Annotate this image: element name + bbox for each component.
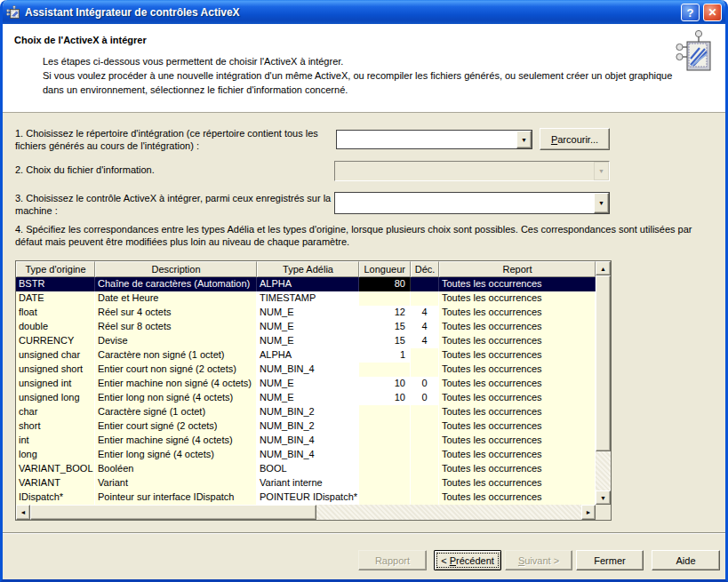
scroll-down-button[interactable]: ▼ <box>596 490 611 505</box>
precedent-button[interactable]: < Précédent <box>434 550 501 570</box>
column-header-type-adelia[interactable]: Type Adélia <box>257 261 359 277</box>
cell-report: Toutes les occurrences <box>439 391 596 405</box>
scroll-left-button[interactable]: ◄ <box>16 505 30 520</box>
cell-longueur: 80 <box>359 277 411 291</box>
table-row[interactable]: BSTRChaîne de caractères (Automation)ALP… <box>16 277 596 291</box>
cell-dec: 0 <box>411 391 439 405</box>
cell-type-adelia: BOOL <box>257 462 359 476</box>
cell-type-adelia: NUM_BIN_4 <box>257 448 359 462</box>
cell-type-origine: CURRENCY <box>16 334 95 348</box>
activex-control-value[interactable] <box>335 193 594 213</box>
cell-type-adelia: NUM_BIN_2 <box>257 419 359 434</box>
cell-dec <box>411 277 439 291</box>
information-file-dropdown-button: ▼ <box>594 162 609 180</box>
v-scroll-thumb[interactable] <box>596 275 611 451</box>
help-button[interactable]: ? <box>681 4 700 21</box>
cell-report: Toutes les occurrences <box>439 405 596 419</box>
fermer-button[interactable]: Fermer <box>576 550 644 570</box>
cell-longueur <box>359 405 411 419</box>
integration-directory-value[interactable] <box>337 131 516 148</box>
table-row[interactable]: shortEntier court signé (2 octets)NUM_BI… <box>16 419 596 434</box>
close-button[interactable]: ✕ <box>703 4 722 21</box>
table-row[interactable]: CURRENCYDeviseNUM_E154Toutes les occurre… <box>16 334 596 348</box>
cell-type-adelia: NUM_E <box>257 377 359 391</box>
cell-dec <box>411 448 439 462</box>
table-row[interactable]: longEntier long signé (4 octets)NUM_BIN_… <box>16 448 596 462</box>
cell-report: Toutes les occurrences <box>439 490 596 505</box>
table-row[interactable]: unsigned longEntier long non signé (4 oc… <box>16 391 596 405</box>
horizontal-scrollbar[interactable]: ◄ ► <box>16 505 596 520</box>
cell-type-adelia: NUM_BIN_4 <box>257 363 359 377</box>
table-row[interactable]: IDispatch*Pointeur sur interface IDispat… <box>16 490 596 505</box>
cell-dec <box>411 434 439 448</box>
activex-assistant-dialog: Assistant Intégrateur de contrôles Activ… <box>0 0 728 582</box>
cell-type-origine: VARIANT <box>16 476 95 490</box>
cell-type-origine: unsigned char <box>16 348 95 363</box>
cell-description: Entier court signé (2 octets) <box>95 419 257 434</box>
cell-description: Caractère signé (1 octet) <box>95 405 257 419</box>
cell-dec <box>411 476 439 490</box>
table-row[interactable]: doubleRéel sur 8 octetsNUM_E154Toutes le… <box>16 320 596 334</box>
cell-type-adelia: NUM_E <box>257 334 359 348</box>
cell-type-adelia: Variant interne <box>257 476 359 490</box>
titlebar[interactable]: Assistant Intégrateur de contrôles Activ… <box>0 0 728 24</box>
table-row[interactable]: intEntier machine signé (4 octets)NUM_BI… <box>16 434 596 448</box>
cell-type-origine: long <box>16 448 95 462</box>
cell-dec: 4 <box>411 334 439 348</box>
cell-report: Toutes les occurrences <box>439 476 596 490</box>
type-mapping-table: Type d'origineDescriptionType AdéliaLong… <box>15 260 612 521</box>
table-row[interactable]: DATEDate et HeureTIMESTAMPToutes les occ… <box>16 291 596 306</box>
right-arrow-icon: ► <box>586 509 592 515</box>
cell-dec: 0 <box>411 377 439 391</box>
table-row[interactable]: VARIANT_BOOLBooléenBOOLToutes les occurr… <box>16 462 596 476</box>
activex-control-combobox[interactable]: ▼ <box>334 192 610 214</box>
table-header-row: Type d'origineDescriptionType AdéliaLong… <box>16 261 596 277</box>
cell-type-adelia: NUM_BIN_4 <box>257 434 359 448</box>
browse-button[interactable]: Parcourir... <box>540 128 610 150</box>
column-header-description[interactable]: Description <box>95 261 257 277</box>
cell-report: Toutes les occurrences <box>439 277 596 291</box>
information-file-combobox: ▼ <box>334 161 610 181</box>
cell-description: Variant <box>95 476 257 490</box>
cell-report: Toutes les occurrences <box>439 320 596 334</box>
table-row[interactable]: unsigned shortEntier court non signé (2 … <box>16 363 596 377</box>
scroll-up-button[interactable]: ▲ <box>596 261 611 275</box>
cell-description: Caractère non signé (1 octet) <box>95 348 257 363</box>
cell-report: Toutes les occurrences <box>439 434 596 448</box>
column-header-report[interactable]: Report <box>439 261 596 277</box>
cell-type-origine: int <box>16 434 95 448</box>
step2-label: 2. Choix du fichier d'information. <box>15 163 335 176</box>
cell-type-adelia: POINTEUR IDispatch* <box>257 490 359 505</box>
window-title: Assistant Intégrateur de contrôles Activ… <box>25 6 240 19</box>
vertical-scrollbar[interactable]: ▲ ▼ <box>596 261 611 505</box>
table-row[interactable]: unsigned intEntier machine non signé (4 … <box>16 377 596 391</box>
activex-control-dropdown-button[interactable]: ▼ <box>594 193 609 213</box>
aide-button[interactable]: Aide <box>652 550 720 570</box>
cell-dec: 4 <box>411 320 439 334</box>
cell-description: Booléen <box>95 462 257 476</box>
column-header-type-origine[interactable]: Type d'origine <box>16 261 95 277</box>
cell-report: Toutes les occurrences <box>439 448 596 462</box>
cell-dec <box>411 405 439 419</box>
integration-directory-combobox[interactable]: ▼ <box>336 130 532 149</box>
cell-report: Toutes les occurrences <box>439 377 596 391</box>
h-scroll-track[interactable] <box>316 505 581 520</box>
scroll-right-button[interactable]: ► <box>581 505 596 520</box>
table-row[interactable]: unsigned charCaractère non signé (1 octe… <box>16 348 596 363</box>
cell-type-origine: short <box>16 419 95 434</box>
integration-directory-dropdown-button[interactable]: ▼ <box>516 131 532 148</box>
cell-dec <box>411 490 439 505</box>
cell-longueur: 15 <box>359 320 411 334</box>
column-header-longueur[interactable]: Longueur <box>359 261 411 277</box>
h-scroll-thumb[interactable] <box>30 505 316 520</box>
table-row[interactable]: charCaractère signé (1 octet)NUM_BIN_2To… <box>16 405 596 419</box>
step4-label: 4. Spécifiez les correspondances entre l… <box>15 223 722 248</box>
column-header-dec[interactable]: Déc. <box>411 261 439 277</box>
cell-description: Entier long non signé (4 octets) <box>95 391 257 405</box>
cell-description: Devise <box>95 334 257 348</box>
table-row[interactable]: VARIANTVariantVariant interneToutes les … <box>16 476 596 490</box>
step3-label: 3. Choisissez le contrôle ActiveX à inté… <box>15 192 335 217</box>
rapport-button: Rapport <box>358 550 427 570</box>
v-scroll-track[interactable] <box>596 451 611 490</box>
table-row[interactable]: floatRéel sur 4 octetsNUM_E124Toutes les… <box>16 306 596 320</box>
